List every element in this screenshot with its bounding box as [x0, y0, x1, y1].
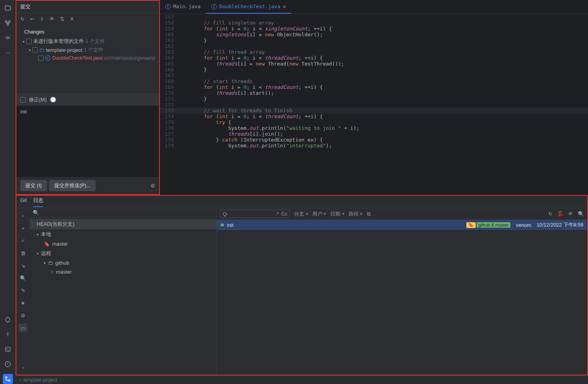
commit-push-button[interactable]: 提交并推送(P)...	[49, 180, 96, 191]
branch-search[interactable]: 🔍	[30, 208, 216, 218]
tab-git[interactable]: Git	[20, 197, 27, 206]
search-icon[interactable]: 🔍	[19, 274, 27, 282]
expand-icon[interactable]: ›	[19, 363, 27, 372]
code-line[interactable]: 161 }	[160, 37, 588, 43]
commit-message-input[interactable]: init	[16, 106, 159, 177]
eye-icon[interactable]: 👁	[50, 16, 55, 22]
line-number: 175	[160, 119, 179, 125]
code-line[interactable]: 178 } catch (InterruptedException ex) {	[160, 137, 588, 143]
tab-main-java[interactable]: C Main.java	[160, 0, 206, 14]
code-editor[interactable]: 157158 // fill singleton array159 for (i…	[160, 14, 588, 195]
filter-user[interactable]: 用户	[312, 211, 327, 218]
line-number: 164	[160, 55, 179, 61]
layout-icon[interactable]: ▭	[19, 324, 27, 332]
checkbox[interactable]	[26, 39, 32, 44]
structure-icon[interactable]	[3, 18, 13, 28]
more-icon[interactable]: ⋯	[3, 48, 13, 58]
problems-icon[interactable]	[3, 359, 13, 369]
code-line[interactable]: 170 threads[i].start();	[160, 90, 588, 96]
code-line[interactable]: 173 // wait for threads to finish	[160, 108, 588, 113]
code-line[interactable]: 165 threads[i] = new Thread(new TestThre…	[160, 61, 588, 67]
favorite-icon[interactable]: ★	[19, 299, 27, 307]
code-line[interactable]: 166 }	[160, 67, 588, 73]
local-group[interactable]: ▾ 本地	[30, 229, 216, 239]
refresh-icon[interactable]: ↻	[548, 211, 553, 217]
collapse-icon[interactable]: ‹	[19, 211, 27, 220]
fetch-icon[interactable]: ↘	[19, 261, 27, 270]
folder-count: 1 个文件	[84, 46, 103, 53]
code-line[interactable]: 179 System.out.println("interrupted");	[160, 143, 588, 149]
close-icon[interactable]: ×	[283, 4, 286, 10]
code-line[interactable]: 162	[160, 43, 588, 49]
changelist-icon[interactable]: ⇅	[60, 16, 64, 22]
filter-branch[interactable]: 分支	[294, 211, 308, 218]
code-line[interactable]: 164 for (int i = 0; i < threadCount; ++i…	[160, 55, 588, 61]
delete-icon[interactable]: 🗑	[19, 249, 27, 257]
code-line[interactable]: 175 try {	[160, 119, 588, 125]
code-line[interactable]: 163 // fill thread array	[160, 49, 588, 55]
filter-path[interactable]: 路径	[349, 211, 363, 218]
code-line[interactable]: 157	[160, 14, 588, 20]
amend-checkbox[interactable]	[20, 97, 26, 103]
diff-icon[interactable]: ⇩	[40, 16, 44, 22]
log-search-input[interactable]: Q- .* Cc	[220, 210, 290, 218]
code-line[interactable]: 176 System.out.println("waiting to join …	[160, 125, 588, 131]
remote-group[interactable]: ▾ 远程	[30, 248, 216, 258]
services-icon[interactable]	[3, 315, 13, 325]
edit-icon[interactable]: ✎	[19, 286, 27, 295]
remote-name-row[interactable]: ▾ 🗀 github	[30, 258, 216, 267]
chevron-down-icon[interactable]: ▾	[34, 232, 39, 237]
remote-branch-row[interactable]: ⑂ master	[30, 267, 216, 276]
group-icon[interactable]: ✕	[70, 16, 74, 22]
add-icon[interactable]: +	[19, 224, 27, 232]
cherry-pick-icon[interactable]: 🍒	[557, 211, 563, 217]
class-icon: C	[211, 4, 217, 9]
chevron-down-icon[interactable]: ▾	[34, 251, 39, 256]
chevron-down-icon[interactable]: ▾	[19, 39, 25, 44]
refresh-icon[interactable]: ↻	[20, 16, 25, 22]
local-branch-row[interactable]: 🔖 master	[30, 239, 216, 248]
tab-doublechecktest-java[interactable]: C DoubleCheckTest.java ×	[206, 0, 291, 14]
line-number: 179	[160, 143, 179, 149]
code-line[interactable]: 172	[160, 102, 588, 108]
project-folder-row[interactable]: ▾ 🗀 template-project 1 个文件	[16, 46, 159, 54]
chevron-down-icon[interactable]: ▾	[19, 48, 31, 52]
git-tool-icon[interactable]	[3, 374, 13, 384]
terminal-icon[interactable]	[3, 344, 13, 354]
code-text: System.out.println("interrupted");	[179, 143, 332, 149]
code-line[interactable]: 167	[160, 73, 588, 78]
gear-icon[interactable]: ⚙	[151, 183, 155, 189]
unversioned-row[interactable]: ▾ 未进行版本管理的文件 1 个文件	[16, 37, 159, 46]
settings-icon[interactable]: ⚙	[19, 311, 27, 320]
code-line[interactable]: 159 for (int i = 0; i < singletonCount; …	[160, 26, 588, 32]
filter-date[interactable]: 日期	[330, 211, 345, 218]
project-icon[interactable]	[3, 3, 13, 13]
code-line[interactable]: 160 singletons[i] = new ObjectHolder();	[160, 32, 588, 37]
file-row[interactable]: C DoubleCheckTest.java src\main\java\org…	[16, 54, 159, 62]
commit-row[interactable]: init 🔖 github & master venom 10/12/2022 …	[217, 220, 587, 230]
code-line[interactable]: 169 for (int i = 0; i < threadCount; ++i…	[160, 84, 588, 90]
head-row[interactable]: HEAD(当前分支)	[30, 219, 216, 229]
commit-tool-icon[interactable]	[3, 33, 13, 43]
tab-log[interactable]: 日志	[33, 197, 43, 207]
tab-label: DoubleCheckTest.java	[219, 4, 280, 9]
commit-date: 10/12/2022 下午8:59	[537, 221, 583, 228]
checkbox[interactable]	[32, 47, 38, 53]
search-icon[interactable]: 🔍	[578, 211, 584, 217]
code-line[interactable]: 158 // fill singleton array	[160, 20, 588, 26]
status-project: template-project	[23, 377, 57, 383]
rollback-icon[interactable]: ↩	[30, 16, 34, 22]
code-line[interactable]: 177 threads[i].join();	[160, 131, 588, 137]
commit-button[interactable]: 提交 (I)	[20, 180, 47, 191]
code-line[interactable]: 171 }	[160, 96, 588, 102]
code-line[interactable]: 168 // start threads	[160, 78, 588, 84]
line-number: 166	[160, 67, 179, 73]
code-line[interactable]: 174 for (int i = 0; i < threadCount; ++i…	[160, 113, 588, 119]
chevron-down-icon[interactable]: ▾	[34, 261, 46, 265]
text-icon[interactable]: T	[3, 329, 13, 340]
history-icon[interactable]: 🕘	[50, 97, 56, 103]
checkout-icon[interactable]: ✓	[19, 236, 27, 245]
checkbox[interactable]	[38, 55, 44, 61]
eye-icon[interactable]: 👁	[568, 211, 573, 217]
new-tab-icon[interactable]: ⧉	[367, 211, 370, 217]
